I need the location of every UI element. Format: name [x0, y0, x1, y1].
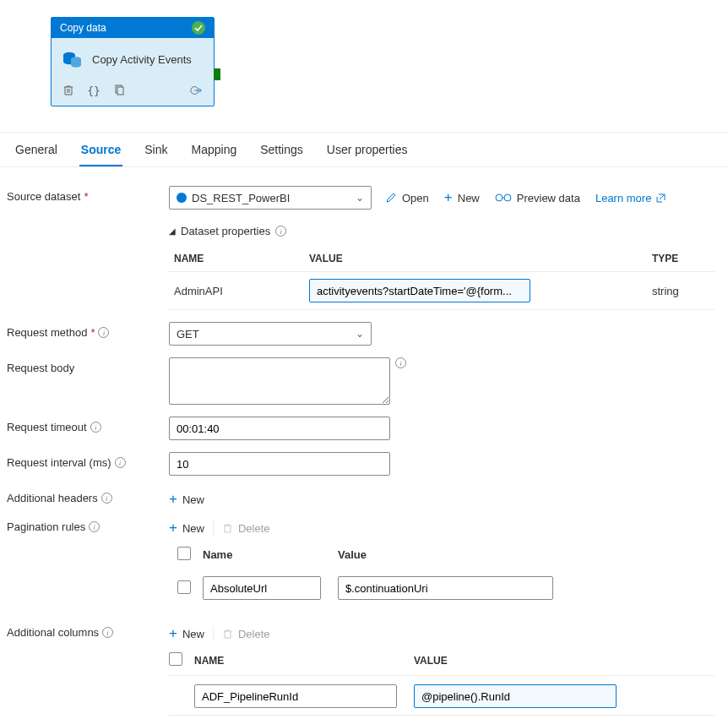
request-method-select[interactable]: GET ⌄: [169, 322, 372, 346]
activity-header: Copy data: [52, 18, 214, 38]
copy-icon[interactable]: [112, 84, 126, 97]
col-value: Value: [338, 548, 557, 561]
copy-data-icon: [62, 48, 84, 70]
open-dataset-button[interactable]: Open: [385, 192, 429, 204]
learn-more-link[interactable]: Learn more: [595, 192, 666, 204]
label-source-dataset: Source dataset: [7, 190, 80, 203]
activity-title: Copy Activity Events: [92, 53, 192, 66]
required-asterisk: *: [90, 326, 95, 339]
chevron-down-icon: ⌄: [356, 328, 364, 340]
activity-type-label: Copy data: [60, 22, 106, 34]
pagination-row: [169, 569, 714, 607]
additional-column-row: [169, 716, 714, 719]
dataset-icon: [177, 193, 187, 203]
pagination-name-input[interactable]: [203, 576, 321, 600]
label-request-interval: Request interval (ms): [7, 456, 111, 469]
source-dataset-value: DS_REST_PowerBI: [192, 192, 290, 204]
tab-bar: General Source Sink Mapping Settings Use…: [0, 133, 728, 167]
select-all-checkbox[interactable]: [169, 652, 182, 666]
add-column-button[interactable]: + New: [169, 622, 204, 645]
braces-icon[interactable]: {}: [87, 84, 101, 97]
additional-column-row: [169, 676, 714, 716]
col-name: Name: [203, 548, 338, 561]
preview-data-button[interactable]: Preview data: [495, 192, 580, 204]
tab-sink[interactable]: Sink: [143, 133, 169, 166]
pagination-value-input[interactable]: [338, 576, 553, 600]
prop-name: AdminAPI: [169, 272, 304, 310]
plus-icon: +: [169, 520, 177, 537]
plus-icon: +: [169, 625, 177, 642]
chevron-down-icon: ⌄: [356, 192, 364, 204]
request-timeout-input[interactable]: [169, 417, 390, 440]
row-checkbox[interactable]: [177, 580, 191, 594]
info-icon[interactable]: i: [395, 357, 406, 368]
trash-icon[interactable]: [62, 84, 75, 97]
label-additional-headers: Additional headers: [7, 492, 98, 504]
add-header-button[interactable]: + New: [169, 488, 204, 511]
new-dataset-button[interactable]: + New: [444, 189, 480, 206]
delete-pagination-button[interactable]: Delete: [222, 522, 270, 535]
activity-output-port[interactable]: [214, 68, 220, 80]
tab-mapping[interactable]: Mapping: [190, 133, 239, 166]
dataset-properties-table: NAME VALUE TYPE AdminAPI string: [169, 246, 714, 310]
triangle-down-icon: ◢: [169, 226, 176, 236]
label-request-body: Request body: [7, 362, 74, 374]
col-type: TYPE: [647, 246, 714, 272]
info-icon[interactable]: i: [89, 521, 100, 532]
col-name: NAME: [169, 246, 304, 272]
info-icon[interactable]: i: [275, 226, 286, 237]
label-additional-columns: Additional columns: [7, 626, 99, 639]
label-request-timeout: Request timeout: [7, 421, 87, 433]
select-all-checkbox[interactable]: [177, 547, 191, 560]
svg-point-6: [504, 194, 511, 201]
pipeline-canvas: Copy data Copy Activity Events {}: [0, 0, 728, 132]
label-pagination-rules: Pagination rules: [7, 520, 85, 533]
table-row: AdminAPI string: [169, 272, 714, 310]
col-value: VALUE: [304, 246, 647, 272]
info-icon[interactable]: i: [101, 493, 112, 504]
trash-icon: [222, 523, 233, 534]
label-dataset-properties: Dataset properties: [181, 225, 270, 237]
pencil-icon: [385, 192, 397, 204]
label-request-method: Request method: [7, 326, 87, 339]
info-icon[interactable]: i: [98, 327, 109, 338]
column-value-input[interactable]: [414, 684, 617, 708]
tab-settings[interactable]: Settings: [258, 133, 305, 166]
request-method-value: GET: [177, 328, 199, 340]
request-interval-input[interactable]: [169, 452, 390, 476]
info-icon[interactable]: i: [102, 627, 113, 638]
request-body-input[interactable]: [169, 357, 390, 405]
check-circle-icon: [192, 21, 205, 35]
prop-value-input[interactable]: [309, 279, 530, 302]
trash-icon: [222, 629, 233, 640]
divider: [213, 626, 214, 641]
plus-icon: +: [444, 189, 453, 206]
tab-source[interactable]: Source: [79, 133, 122, 166]
arrow-right-icon[interactable]: [190, 84, 204, 97]
info-icon[interactable]: i: [90, 422, 101, 433]
tab-general[interactable]: General: [14, 133, 59, 166]
source-dataset-select[interactable]: DS_REST_PowerBI ⌄: [169, 186, 372, 210]
dataset-properties-toggle[interactable]: ◢ Dataset properties i: [169, 225, 714, 237]
prop-type: string: [647, 272, 714, 310]
external-link-icon: [656, 193, 666, 203]
col-value: VALUE: [414, 655, 633, 667]
info-icon[interactable]: i: [115, 457, 126, 468]
plus-icon: +: [169, 491, 177, 508]
svg-point-5: [496, 194, 503, 201]
source-panel: Source dataset * DS_REST_PowerBI ⌄ Open …: [0, 167, 728, 719]
add-pagination-button[interactable]: + New: [169, 516, 204, 540]
delete-column-button[interactable]: Delete: [222, 628, 270, 640]
svg-rect-3: [117, 87, 123, 95]
glasses-icon: [495, 193, 512, 203]
divider: [213, 520, 214, 536]
required-asterisk: *: [84, 190, 88, 203]
col-name: NAME: [194, 655, 414, 667]
tab-user-properties[interactable]: User properties: [325, 133, 410, 166]
column-name-input[interactable]: [194, 684, 397, 708]
activity-node-copy-data[interactable]: Copy data Copy Activity Events {}: [51, 17, 215, 106]
